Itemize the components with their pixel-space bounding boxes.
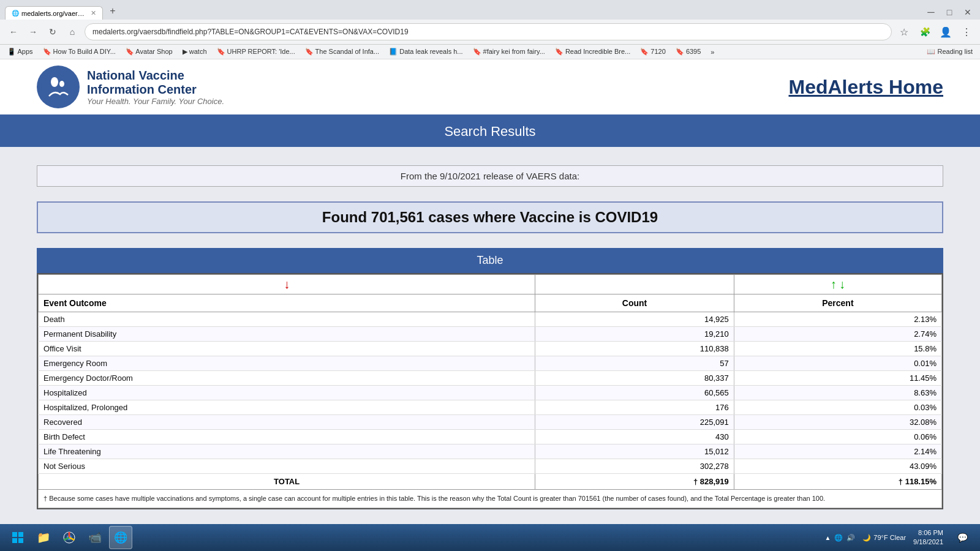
site-header: National Vaccine Information Center Your… (0, 59, 980, 116)
address-bar[interactable] (85, 23, 892, 40)
count-cell: 80,337 (535, 371, 734, 386)
start-button[interactable] (6, 526, 29, 549)
sort-col3-cell[interactable]: ↑ ↓ (734, 275, 941, 294)
close-button[interactable]: ✕ (960, 5, 975, 20)
browser-chrome: 🌐 medalerts.org/vaers... ✕ + ─ □ ✕ ← → ↻… (0, 0, 980, 59)
main-content: From the 9/10/2021 release of VAERS data… (0, 147, 980, 528)
svg-point-0 (41, 70, 75, 104)
percent-cell: 0.03% (734, 400, 941, 415)
tab-label: medalerts.org/vaers... (21, 10, 86, 17)
bookmark-uhrp[interactable]: 🔖 UHRP REPORT: 'Ide... (214, 47, 298, 57)
table-row: Not Serious302,27843.09% (39, 459, 942, 474)
event-outcome-cell: Hospitalized, Prolonged (39, 400, 535, 415)
nav-icons: ← → ↻ ⌂ (5, 23, 81, 40)
bookmark-6395[interactable]: 🔖 6395 (673, 47, 704, 57)
count-cell: 110,838 (535, 342, 734, 356)
table-row: Emergency Room570.01% (39, 356, 942, 371)
bookmark-fairykei[interactable]: 🔖 #fairy kei from fairy... (470, 47, 548, 57)
table-row: Hospitalized, Prolonged1760.03% (39, 400, 942, 415)
active-tab[interactable]: 🌐 medalerts.org/vaers... ✕ (5, 6, 103, 20)
tab-bar: 🌐 medalerts.org/vaers... ✕ + ─ □ ✕ (0, 0, 980, 20)
percent-cell: 11.45% (734, 371, 941, 386)
sort-row: ↓ ↑ ↓ (39, 275, 942, 294)
percent-cell: 2.13% (734, 312, 941, 327)
search-results-banner: Search Results (0, 116, 980, 147)
table-row: Recovered225,09132.08% (39, 415, 942, 430)
found-cases-text: Found 701,561 cases where Vaccine is COV… (37, 201, 943, 233)
logo-text-area: National Vaccine Information Center Your… (87, 69, 224, 106)
col2-header: Count (535, 294, 734, 312)
sort-col2-cell[interactable] (535, 275, 734, 294)
table-row: Life Threatening15,0122.14% (39, 444, 942, 459)
home-button[interactable]: ⌂ (64, 23, 81, 40)
count-cell: 19,210 (535, 327, 734, 342)
bookmark-apps[interactable]: 📱 Apps (5, 47, 36, 57)
page-content: National Vaccine Information Center Your… (0, 59, 980, 528)
zoom-taskbar-button[interactable]: 📹 (83, 526, 107, 549)
logo-circle (37, 66, 80, 108)
sort-col1-cell[interactable]: ↓ (39, 275, 535, 294)
user-avatar-button[interactable]: 👤 (937, 23, 954, 40)
svg-point-2 (59, 81, 64, 87)
found-cases-label: Found 701,561 cases where Vaccine is COV… (322, 209, 658, 225)
table-row: Hospitalized60,5658.63% (39, 386, 942, 400)
forward-button[interactable]: → (24, 23, 42, 40)
sort-up-green-icon[interactable]: ↑ (831, 277, 837, 291)
notifications-button[interactable]: 💬 (951, 526, 974, 549)
footnote-text: † Because some cases have multiple vacci… (39, 490, 942, 508)
date-display: 9/18/2021 (913, 538, 943, 547)
site-title-link[interactable]: MedAlerts Home (789, 76, 944, 99)
org-name-line2: Information Center (87, 83, 224, 97)
logo-icon (40, 69, 77, 105)
count-cell: 15,012 (535, 444, 734, 459)
table-body: Death14,9252.13%Permanent Disability19,2… (39, 312, 942, 474)
table-row: Birth Defect4300.06% (39, 430, 942, 444)
reload-button[interactable]: ↻ (44, 23, 61, 40)
sort-down-red-icon[interactable]: ↓ (284, 277, 290, 291)
menu-button[interactable]: ⋮ (958, 23, 975, 40)
browser-active-button[interactable]: 🌐 (109, 526, 132, 549)
bookmark-7120[interactable]: 🔖 7120 (638, 47, 668, 57)
taskbar: 📁 📹 🌐 ▲ 🌐 🔊 🌙 79°F Clear 8:06 PM 9/18/20… (0, 524, 980, 551)
bookmark-scandal[interactable]: 🔖 The Scandal of Infa... (303, 47, 382, 57)
count-cell: 302,278 (535, 459, 734, 474)
bookmark-diy[interactable]: 🔖 How To Build A DIY... (40, 47, 118, 57)
minimize-button[interactable]: ─ (924, 5, 938, 20)
chrome-taskbar-button[interactable] (58, 526, 81, 549)
bookmark-avatar[interactable]: 🔖 Avatar Shop (123, 47, 175, 57)
restore-button[interactable]: □ (942, 5, 957, 20)
search-results-label: Search Results (444, 124, 535, 139)
event-outcome-cell: Permanent Disability (39, 327, 535, 342)
bookmark-watch[interactable]: ▶ watch (180, 47, 209, 57)
total-percent: † 118.15% (734, 474, 941, 490)
bookmark-incredible[interactable]: 🔖 Read Incredible Bre... (552, 47, 633, 57)
percent-cell: 8.63% (734, 386, 941, 400)
back-button[interactable]: ← (5, 23, 22, 40)
header-row: Event Outcome Count Percent (39, 294, 942, 312)
extensions-button[interactable]: 🧩 (916, 23, 933, 40)
taskbar-left: 📁 📹 🌐 (6, 526, 132, 549)
bookmark-star-button[interactable]: ☆ (895, 23, 913, 40)
new-tab-button[interactable]: + (104, 2, 121, 20)
close-tab-icon[interactable]: ✕ (91, 9, 96, 17)
event-outcome-cell: Life Threatening (39, 444, 535, 459)
weather-info: 🌙 79°F Clear (862, 534, 906, 542)
reading-list-button[interactable]: 📖 Reading list (924, 47, 975, 57)
file-explorer-button[interactable]: 📁 (32, 526, 55, 549)
weather-moon-icon: 🌙 (862, 534, 871, 542)
volume-icon: 🔊 (846, 534, 855, 542)
bookmark-dataleak[interactable]: 📘 Data leak reveals h... (386, 47, 465, 57)
bookmarks-more[interactable]: » (708, 47, 717, 57)
time-display: 8:06 PM (913, 528, 943, 538)
event-outcome-cell: Hospitalized (39, 386, 535, 400)
count-cell: 225,091 (535, 415, 734, 430)
percent-cell: 0.06% (734, 430, 941, 444)
data-table: ↓ ↑ ↓ Event Outcome Count (38, 274, 942, 508)
percent-cell: 43.09% (734, 459, 941, 474)
sort-down-green-icon[interactable]: ↓ (839, 277, 845, 291)
count-cell: 14,925 (535, 312, 734, 327)
event-outcome-cell: Birth Defect (39, 430, 535, 444)
svg-point-1 (51, 77, 58, 87)
systray-chevron[interactable]: ▲ (824, 534, 831, 541)
footnote-row: † Because some cases have multiple vacci… (39, 490, 942, 508)
